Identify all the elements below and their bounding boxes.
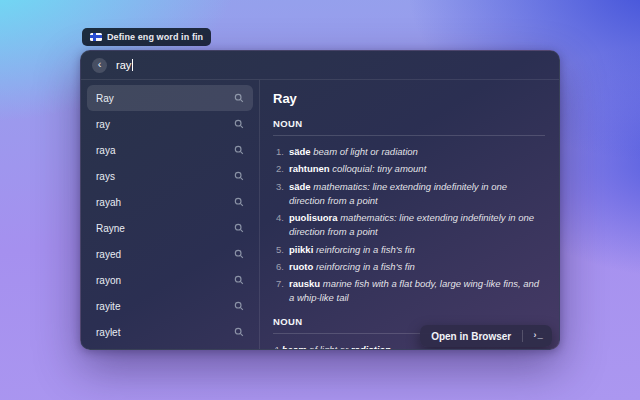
definition-desc: reinforcing in a fish's fin — [316, 261, 415, 272]
definition-item: 6. ruoto reinforcing in a fish's fin — [273, 260, 545, 274]
list-item[interactable]: Rayne — [87, 215, 253, 241]
definition-desc: colloquial: tiny amount — [332, 163, 426, 174]
list-item[interactable]: rays — [87, 163, 253, 189]
search-icon — [234, 275, 244, 285]
partial-bold: beam — [282, 344, 307, 350]
search-query-text: ray — [116, 59, 131, 71]
definition-item: 5. piikki reinforcing in a fish's fin — [273, 243, 545, 257]
search-icon — [234, 197, 244, 207]
chevron-left-icon: ‹ — [98, 59, 102, 70]
definition-desc: beam of light or radiation — [313, 146, 418, 157]
definition-panel: Ray NOUN 1. säde beam of light or radiat… — [260, 80, 559, 349]
search-icon — [234, 301, 244, 311]
section-header: NOUN — [273, 118, 545, 129]
definition-number: 1. — [273, 145, 284, 159]
definition-item: 7. rausku marine fish with a flat body, … — [273, 277, 545, 306]
partial-text: A — [273, 344, 282, 350]
list-item-label: raya — [96, 145, 115, 156]
definition-desc: marine fish with a flat body, large wing… — [289, 278, 539, 303]
partial-text: of light or — [306, 344, 350, 350]
definition-term: rahtunen — [289, 163, 330, 174]
list-item[interactable]: rayite — [87, 293, 253, 319]
launcher-window: ‹ ray Ray ray raya rays rayah — [80, 50, 560, 350]
partial-bold: radiation — [351, 344, 391, 350]
definition-item: 4. puolisuora mathematics: line extendin… — [273, 211, 545, 240]
definition-term: rausku — [289, 278, 320, 289]
definition-desc: reinforcing in a fish's fin — [316, 244, 415, 255]
entry-title: Ray — [273, 91, 545, 106]
list-item[interactable]: Ray — [87, 85, 253, 111]
list-item[interactable]: raya — [87, 137, 253, 163]
definition-term: puolisuora — [289, 212, 338, 223]
definition-desc: mathematics: line extending indefinitely… — [289, 181, 507, 206]
search-icon — [234, 119, 244, 129]
search-bar: ‹ ray — [81, 51, 559, 80]
list-item-label: rayon — [96, 275, 121, 286]
search-icon — [234, 249, 244, 259]
list-item[interactable]: ray — [87, 111, 253, 137]
back-button[interactable]: ‹ — [92, 58, 107, 73]
definition-number: 4. — [273, 211, 284, 240]
finland-flag-icon — [90, 33, 102, 41]
text-caret — [132, 59, 133, 71]
search-icon — [234, 223, 244, 233]
definition-number: 5. — [273, 243, 284, 257]
list-item-label: rayite — [96, 301, 120, 312]
search-icon — [234, 93, 244, 103]
window-content: Ray ray raya rays rayah Rayne — [81, 80, 559, 349]
definition-item: 2. rahtunen colloquial: tiny amount — [273, 162, 545, 176]
definition-number: 2. — [273, 162, 284, 176]
list-item-label: Ray — [96, 93, 114, 104]
definition-term: piikki — [289, 244, 313, 255]
suggestion-list: Ray ray raya rays rayah Rayne — [81, 80, 260, 349]
list-item[interactable]: rayah — [87, 189, 253, 215]
list-item[interactable]: rayed — [87, 241, 253, 267]
list-item-label: Rayne — [96, 223, 125, 234]
search-icon — [234, 145, 244, 155]
list-item-label: rays — [96, 171, 115, 182]
command-badge-label: Define eng word in fin — [107, 32, 203, 42]
definition-item: 3. säde mathematics: line extending inde… — [273, 180, 545, 209]
terminal-prompt-icon[interactable]: ›_ — [523, 331, 552, 341]
definition-item: 1. säde beam of light or radiation — [273, 145, 545, 159]
list-item-label: rayed — [96, 249, 121, 260]
definition-number: 3. — [273, 180, 284, 209]
command-badge: Define eng word in fin — [82, 28, 211, 46]
desktop: { "colors": { "flag_blue": "#2a4fd6", "w… — [0, 0, 640, 400]
open-in-browser-button[interactable]: Open in Browser — [420, 331, 522, 342]
definition-number: 7. — [273, 277, 284, 306]
search-icon — [234, 327, 244, 337]
action-bar: Open in Browser ›_ — [420, 325, 552, 347]
definition-term: ruoto — [289, 261, 313, 272]
list-item-label: ray — [96, 119, 110, 130]
definition-term: säde — [289, 146, 311, 157]
list-item-label: raylet — [96, 327, 120, 338]
list-item-label: rayah — [96, 197, 121, 208]
definition-number: 6. — [273, 260, 284, 274]
definition-list: 1. säde beam of light or radiation 2. ra… — [273, 145, 545, 306]
section-divider — [273, 135, 545, 136]
search-icon — [234, 171, 244, 181]
list-item[interactable]: rayon — [87, 267, 253, 293]
list-item[interactable]: raylet — [87, 319, 253, 345]
search-input[interactable]: ray — [116, 59, 133, 71]
definition-term: säde — [289, 181, 311, 192]
